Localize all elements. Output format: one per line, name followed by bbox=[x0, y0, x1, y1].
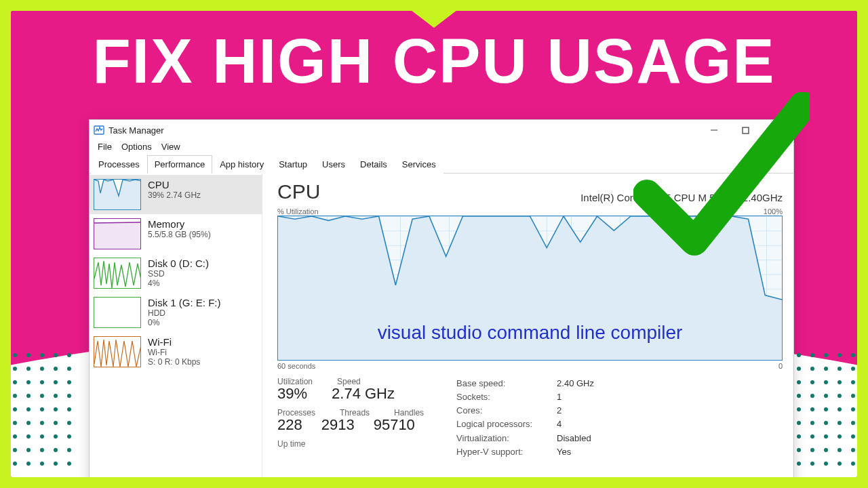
maximize-button[interactable] bbox=[730, 120, 761, 140]
decor-dots-left bbox=[11, 348, 76, 470]
sidebar-item-cpu[interactable]: CPU 39% 2.74 GHz bbox=[90, 175, 262, 214]
sidebar-item-label: CPU bbox=[148, 179, 201, 190]
chart-y-max: 100% bbox=[764, 207, 783, 216]
stat-value: 2.74 GHz bbox=[332, 385, 395, 403]
memory-thumb-icon bbox=[94, 218, 141, 249]
tab-startup[interactable]: Startup bbox=[271, 155, 315, 174]
disk-thumb-icon bbox=[94, 297, 141, 328]
tab-services[interactable]: Services bbox=[395, 155, 443, 174]
chart-caption: visual studio command line compiler bbox=[278, 322, 782, 344]
sidebar-item-sub2: S: 0 R: 0 Kbps bbox=[148, 357, 200, 367]
sidebar-item-sub: HDD bbox=[148, 308, 221, 318]
sidebar-item-sub: 5.5/5.8 GB (95%) bbox=[148, 230, 211, 239]
stat-val: 2.40 GHz bbox=[557, 377, 594, 390]
tab-performance[interactable]: Performance bbox=[147, 155, 212, 174]
sidebar-item-sub2: 0% bbox=[148, 318, 221, 327]
sidebar-item-wifi[interactable]: Wi-Fi Wi-Fi S: 0 R: 0 Kbps bbox=[90, 332, 262, 371]
menu-options[interactable]: Options bbox=[121, 142, 152, 152]
cpu-utilization-chart[interactable]: visual studio command line compiler bbox=[277, 216, 783, 361]
main-heading: CPU bbox=[277, 180, 320, 203]
sidebar-item-sub2: 4% bbox=[148, 279, 209, 288]
window-title: Task Manager bbox=[108, 125, 164, 136]
stat-val: 1 bbox=[557, 390, 561, 404]
stat-value: 2913 bbox=[321, 416, 355, 434]
decor-dots-right bbox=[792, 348, 857, 470]
tab-processes[interactable]: Processes bbox=[91, 155, 147, 174]
stat-value: 39% bbox=[277, 385, 307, 403]
stat-value: 95710 bbox=[374, 416, 415, 434]
perf-main: CPU Intel(R) Core(TM) i5 CPU M 520 @ 2.4… bbox=[262, 174, 793, 477]
sidebar-item-sub: 39% 2.74 GHz bbox=[148, 190, 201, 200]
cpu-thumb-icon bbox=[94, 179, 141, 210]
sidebar-item-label: Disk 0 (D: C:) bbox=[148, 258, 209, 269]
sidebar-item-label: Disk 1 (G: E: F:) bbox=[148, 297, 221, 308]
stat-val: Yes bbox=[557, 445, 571, 459]
stat-key: Hyper-V support: bbox=[456, 445, 551, 459]
stat-val: 4 bbox=[557, 418, 561, 431]
hero-title: FIX HIGH CPU USAGE bbox=[11, 26, 857, 97]
menu-view[interactable]: View bbox=[161, 142, 180, 152]
tabstrip: Processes Performance App history Startu… bbox=[90, 155, 793, 174]
maximize-icon bbox=[742, 127, 749, 134]
close-button[interactable] bbox=[761, 120, 792, 140]
sidebar-item-sub: Wi-Fi bbox=[148, 348, 200, 357]
chart-x-left: 60 seconds bbox=[277, 362, 315, 370]
sidebar-item-label: Wi-Fi bbox=[148, 336, 200, 348]
stat-value: 228 bbox=[277, 416, 302, 434]
menubar: File Options View bbox=[90, 140, 793, 155]
stat-key: Cores: bbox=[456, 404, 551, 418]
chart-x-right: 0 bbox=[778, 362, 783, 370]
tab-users[interactable]: Users bbox=[315, 155, 353, 174]
sidebar-item-disk0[interactable]: Disk 0 (D: C:) SSD 4% bbox=[90, 253, 262, 293]
stat-key: Base speed: bbox=[456, 377, 551, 390]
minimize-icon bbox=[710, 126, 718, 134]
stat-val: Disabled bbox=[557, 432, 591, 445]
cpu-model: Intel(R) Core(TM) i5 CPU M 520 @ 2.40GHz bbox=[580, 192, 783, 203]
wifi-thumb-icon bbox=[94, 336, 141, 367]
titlebar[interactable]: Task Manager bbox=[90, 120, 793, 140]
minimize-button[interactable] bbox=[698, 120, 730, 140]
close-icon bbox=[772, 126, 781, 134]
sidebar-item-memory[interactable]: Memory 5.5/5.8 GB (95%) bbox=[90, 214, 262, 253]
tab-app-history[interactable]: App history bbox=[212, 155, 271, 174]
sidebar-item-disk1[interactable]: Disk 1 (G: E: F:) HDD 0% bbox=[90, 293, 262, 332]
disk-thumb-icon bbox=[94, 258, 141, 289]
stat-label: Up time bbox=[277, 439, 424, 449]
task-manager-icon bbox=[94, 125, 104, 136]
stat-key: Sockets: bbox=[456, 390, 551, 404]
stat-val: 2 bbox=[557, 404, 561, 418]
menu-file[interactable]: File bbox=[98, 142, 112, 152]
svg-rect-2 bbox=[743, 127, 749, 134]
stats-left: Utilization Speed 39% 2.74 GHz Processes… bbox=[277, 377, 424, 459]
perf-sidebar: CPU 39% 2.74 GHz Memory 5.5/5.8 GB (95%) bbox=[90, 174, 262, 477]
sidebar-item-sub: SSD bbox=[148, 269, 209, 279]
stat-key: Virtualization: bbox=[456, 432, 551, 445]
stats-right: Base speed:2.40 GHz Sockets:1 Cores:2 Lo… bbox=[456, 377, 594, 459]
tab-details[interactable]: Details bbox=[353, 155, 395, 174]
chart-y-label: % Utilization bbox=[277, 207, 319, 216]
stat-key: Logical processors: bbox=[456, 418, 551, 431]
sidebar-item-label: Memory bbox=[148, 218, 211, 230]
task-manager-window: Task Manager File Options View Processes… bbox=[89, 119, 794, 477]
